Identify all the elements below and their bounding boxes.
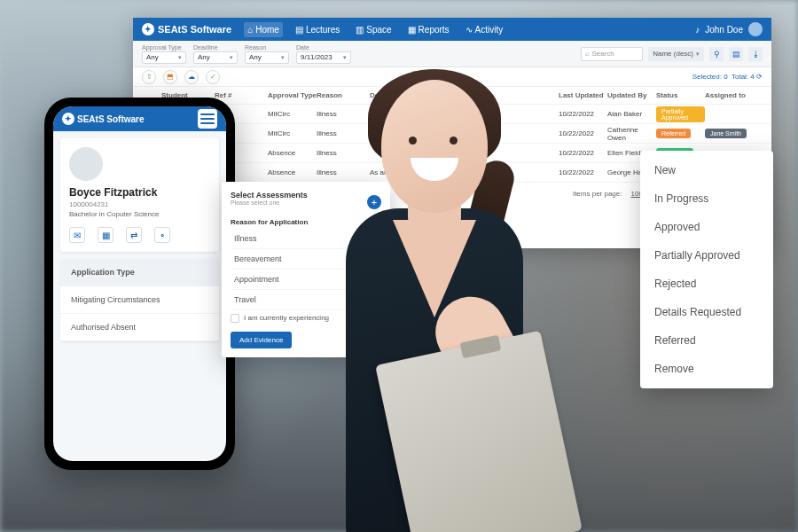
reason-option-appointment[interactable]: Appointment <box>231 270 381 290</box>
modal-section-heading: Reason for Application <box>231 218 381 226</box>
filter-date[interactable]: Date 9/11/2023▾ <box>296 44 351 64</box>
pulse-icon: ∿ <box>466 25 473 35</box>
student-course: Bachelor in Coputer Science <box>69 210 210 218</box>
nav-home[interactable]: ⌂Home <box>244 22 283 37</box>
mobile-header: ✦SEAtS Software <box>53 106 226 131</box>
calendar-icon: ▾ <box>343 54 347 61</box>
share-icon[interactable]: ⚬ <box>154 227 170 243</box>
filter-reason[interactable]: Reason Any▾ <box>245 44 289 64</box>
filter-bar: Approval Type Any▾ Deadline Any▾ Reason … <box>133 41 771 67</box>
filter-deadline[interactable]: Deadline Any▾ <box>193 44 238 64</box>
search-input[interactable]: ⌕ Search <box>581 47 643 61</box>
app-header: ✦ SEAtS Software ⌂Home ▤Lectures ▥Space … <box>133 18 771 41</box>
avatar[interactable] <box>748 22 763 36</box>
nav-reports[interactable]: ▦Reports <box>404 22 453 37</box>
book-icon: ▤ <box>295 25 303 35</box>
chevron-down-icon: ▾ <box>178 54 182 61</box>
ctx-item-referred[interactable]: Referred <box>640 326 773 355</box>
chevron-down-icon: ▾ <box>230 54 233 61</box>
cell-by: Alan Baker <box>607 110 656 118</box>
cell-type: MitCirc <box>268 129 317 137</box>
download-icon[interactable]: ⭳ <box>748 47 763 61</box>
student-avatar <box>69 147 103 181</box>
ctx-item-approved[interactable]: Approved <box>640 213 773 241</box>
status-context-menu: NewIn ProgressApprovedPartially Approved… <box>640 151 773 388</box>
phone-screen: ✦SEAtS Software Boyce Fitzpatrick 100000… <box>53 106 226 461</box>
mail-icon[interactable]: ✉ <box>69 227 85 243</box>
cell-by: Catherine Owen <box>607 126 656 142</box>
ctx-item-remove[interactable]: Remove <box>640 355 773 383</box>
nav-lectures[interactable]: ▤Lectures <box>292 22 343 37</box>
calendar-icon[interactable]: ▦ <box>98 227 113 243</box>
search-icon: ⌕ <box>585 50 590 58</box>
nav-space[interactable]: ▥Space <box>352 22 395 37</box>
building-icon: ▥ <box>356 25 364 35</box>
ctx-item-details-requested[interactable]: Details Requested <box>640 298 773 326</box>
cell-type: Absence <box>268 149 317 157</box>
add-evidence-button[interactable]: Add Evidence <box>231 332 292 348</box>
student-profile-card: Boyce Fitzpatrick 1000004231 Bachelor in… <box>60 138 219 252</box>
chevron-down-icon: ▾ <box>696 51 700 58</box>
hamburger-button[interactable] <box>198 109 217 129</box>
sort-select[interactable]: Name (desc)▾ <box>648 47 704 61</box>
confirm-checkbox[interactable]: I am currently experiencing <box>231 314 381 323</box>
cell-updated: 10/22/2022 <box>559 168 607 176</box>
table-header: Student Ref # Approval Type Reason Descr… <box>133 87 771 105</box>
user-menu[interactable]: ♪ John Doe <box>695 22 763 36</box>
brand-mark-icon: ✦ <box>142 23 154 35</box>
modal-title: Select Assessments <box>231 191 308 200</box>
status-badge[interactable]: Partially Approved <box>656 106 705 122</box>
bell-icon[interactable]: ♪ <box>695 25 700 35</box>
export-icon[interactable]: ⇪ <box>142 70 156 84</box>
mobile-tab-list: Application Type Mitigating Circumstance… <box>60 259 219 341</box>
ctx-item-rejected[interactable]: Rejected <box>640 270 773 298</box>
filter-approval-type[interactable]: Approval Type Any▾ <box>142 44 186 64</box>
modal-subtitle: Please select one <box>231 200 308 206</box>
cloud-icon[interactable]: ☁ <box>184 70 199 84</box>
status-badge[interactable]: Referred <box>656 129 691 138</box>
add-button[interactable]: + <box>367 195 381 209</box>
cell-updated: 10/22/2022 <box>559 110 607 118</box>
cell-reason: Illness <box>317 149 370 157</box>
ctx-item-partially-approved[interactable]: Partially Approved <box>640 241 773 270</box>
cell-updated: 10/22/2022 <box>559 129 607 137</box>
user-name: John Doe <box>705 25 743 35</box>
tag-icon[interactable]: ⬒ <box>163 70 177 84</box>
mobile-brand: ✦SEAtS Software <box>62 113 145 125</box>
chevron-down-icon: ▾ <box>281 54 285 61</box>
filter-icon[interactable]: ⚲ <box>709 47 724 61</box>
hamburger-icon <box>200 113 215 124</box>
main-nav: ⌂Home ▤Lectures ▥Space ▦Reports ∿Activit… <box>244 22 506 37</box>
assigned-badge: Jane Smith <box>705 129 747 138</box>
cell-type: MitCirc <box>268 110 317 118</box>
student-id: 1000004231 <box>69 200 210 208</box>
cell-updated: 10/22/2022 <box>559 149 607 157</box>
reason-option-bereavement[interactable]: Bereavement <box>231 249 381 270</box>
brand-logo: ✦ SEAtS Software <box>142 23 231 35</box>
cell-reason: Illness <box>317 168 370 176</box>
cell-reason: Illness <box>317 129 370 137</box>
reason-option-travel[interactable]: Travel <box>231 290 381 310</box>
profile-action-row: ✉ ▦ ⇄ ⚬ <box>69 227 210 243</box>
tab-authorised[interactable]: Authorised Absent <box>60 314 219 341</box>
nav-activity[interactable]: ∿Activity <box>462 22 507 37</box>
approve-icon[interactable]: ✓ <box>206 70 220 84</box>
tab-mitigating[interactable]: Mitigating Circumstances <box>60 286 219 314</box>
table-toolbar: ⇪ ⬒ ☁ ✓ Selected: 0 Total: 4 ⟳ <box>133 67 771 87</box>
reason-option-illness[interactable]: Illness <box>231 229 381 249</box>
columns-icon[interactable]: ▤ <box>729 47 743 61</box>
cell-desc: As an at... <box>370 168 559 176</box>
selection-summary: Selected: 0 Total: 4 ⟳ <box>692 73 763 81</box>
brand-name: SEAtS Software <box>158 24 231 35</box>
student-name: Boyce Fitzpatrick <box>69 186 210 199</box>
cell-type: Absence <box>268 168 317 176</box>
ctx-item-new[interactable]: New <box>640 156 773 184</box>
link-icon[interactable]: ⇄ <box>126 227 142 243</box>
brand-mark-icon: ✦ <box>62 113 74 125</box>
tab-application-type[interactable]: Application Type <box>60 259 219 286</box>
phone-mockup: ✦SEAtS Software Boyce Fitzpatrick 100000… <box>44 98 235 470</box>
assessment-modal: Select Assessments Please select one + R… <box>222 182 390 357</box>
ctx-item-in-progress[interactable]: In Progress <box>640 184 773 213</box>
refresh-icon[interactable]: ⟳ <box>756 73 763 81</box>
cell-reason: Illness <box>317 110 370 118</box>
